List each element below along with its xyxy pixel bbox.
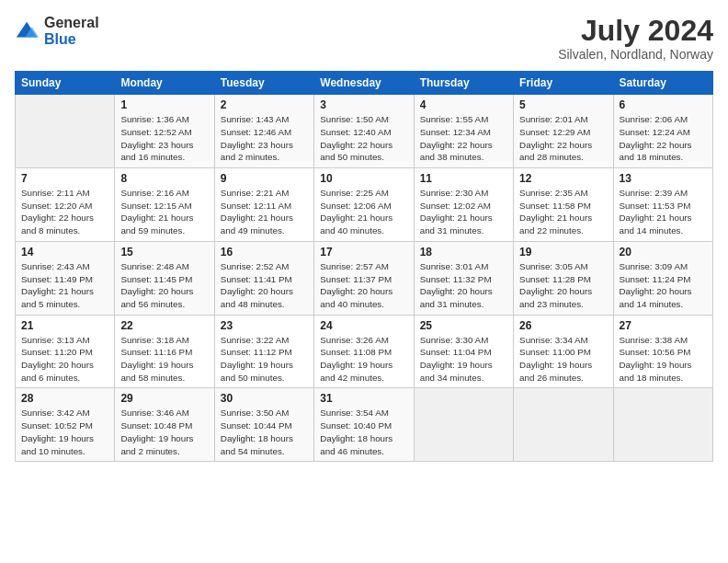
week-row-5: 28Sunrise: 3:42 AMSunset: 10:52 PMDaylig… bbox=[16, 388, 713, 462]
day-info: Sunrise: 3:01 AMSunset: 11:32 PMDaylight… bbox=[420, 260, 507, 311]
logo: General Blue bbox=[15, 15, 99, 47]
day-info: Sunrise: 2:48 AMSunset: 11:45 PMDaylight… bbox=[120, 260, 208, 311]
day-info: Sunrise: 1:50 AMSunset: 12:40 AMDaylight… bbox=[320, 113, 407, 164]
day-number: 28 bbox=[21, 392, 108, 405]
calendar-cell: 12Sunrise: 2:35 AMSunset: 11:58 PMDaylig… bbox=[514, 168, 613, 242]
day-info: Sunrise: 2:25 AMSunset: 12:06 AMDaylight… bbox=[320, 187, 407, 237]
subtitle: Silvalen, Nordland, Norway bbox=[558, 47, 713, 62]
day-info: Sunrise: 3:05 AMSunset: 11:28 PMDaylight… bbox=[519, 260, 607, 311]
day-number: 23 bbox=[221, 319, 308, 332]
col-header-friday: Friday bbox=[514, 72, 613, 95]
day-number: 9 bbox=[221, 172, 308, 185]
calendar-cell: 24Sunrise: 3:26 AMSunset: 11:08 PMDaylig… bbox=[314, 315, 414, 388]
calendar-cell: 4Sunrise: 1:55 AMSunset: 12:34 AMDayligh… bbox=[414, 95, 513, 168]
logo-icon bbox=[15, 18, 40, 44]
day-info: Sunrise: 1:55 AMSunset: 12:34 AMDaylight… bbox=[420, 113, 507, 164]
calendar-cell bbox=[613, 388, 712, 462]
day-info: Sunrise: 2:30 AMSunset: 12:02 AMDaylight… bbox=[420, 187, 507, 237]
calendar-cell: 7Sunrise: 2:11 AMSunset: 12:20 AMDayligh… bbox=[16, 168, 115, 242]
week-row-4: 21Sunrise: 3:13 AMSunset: 11:20 PMDaylig… bbox=[16, 315, 713, 388]
header-row: SundayMondayTuesdayWednesdayThursdayFrid… bbox=[16, 72, 713, 95]
day-info: Sunrise: 3:09 AMSunset: 11:24 PMDaylight… bbox=[620, 260, 707, 311]
day-number: 29 bbox=[120, 392, 208, 405]
day-number: 18 bbox=[420, 246, 507, 259]
col-header-monday: Monday bbox=[115, 72, 214, 95]
logo-general-text: General bbox=[44, 15, 99, 31]
day-number: 16 bbox=[221, 246, 308, 259]
calendar-cell: 5Sunrise: 2:01 AMSunset: 12:29 AMDayligh… bbox=[514, 95, 613, 168]
day-info: Sunrise: 3:26 AMSunset: 11:08 PMDaylight… bbox=[320, 334, 407, 385]
day-info: Sunrise: 2:16 AMSunset: 12:15 AMDaylight… bbox=[120, 187, 208, 237]
calendar-cell: 20Sunrise: 3:09 AMSunset: 11:24 PMDaylig… bbox=[613, 241, 712, 315]
calendar-cell: 25Sunrise: 3:30 AMSunset: 11:04 PMDaylig… bbox=[414, 315, 513, 388]
col-header-sunday: Sunday bbox=[16, 72, 115, 95]
calendar-cell: 29Sunrise: 3:46 AMSunset: 10:48 PMDaylig… bbox=[115, 388, 214, 462]
day-info: Sunrise: 1:43 AMSunset: 12:46 AMDaylight… bbox=[221, 113, 308, 164]
calendar-cell: 17Sunrise: 2:57 AMSunset: 11:37 PMDaylig… bbox=[314, 241, 414, 315]
day-number: 27 bbox=[620, 319, 707, 332]
day-info: Sunrise: 3:38 AMSunset: 10:56 PMDaylight… bbox=[620, 334, 707, 385]
day-info: Sunrise: 2:39 AMSunset: 11:53 PMDaylight… bbox=[620, 187, 707, 237]
day-info: Sunrise: 3:46 AMSunset: 10:48 PMDaylight… bbox=[120, 407, 208, 457]
calendar-table: SundayMondayTuesdayWednesdayThursdayFrid… bbox=[15, 71, 713, 462]
day-number: 6 bbox=[620, 98, 707, 111]
calendar-cell: 18Sunrise: 3:01 AMSunset: 11:32 PMDaylig… bbox=[414, 241, 513, 315]
calendar-cell: 31Sunrise: 3:54 AMSunset: 10:40 PMDaylig… bbox=[314, 388, 414, 462]
day-number: 26 bbox=[519, 319, 607, 332]
day-number: 17 bbox=[320, 246, 407, 259]
day-number: 14 bbox=[21, 246, 108, 259]
calendar-cell: 13Sunrise: 2:39 AMSunset: 11:53 PMDaylig… bbox=[613, 168, 712, 242]
calendar-cell: 30Sunrise: 3:50 AMSunset: 10:44 PMDaylig… bbox=[214, 388, 313, 462]
day-number: 31 bbox=[320, 392, 407, 405]
calendar-cell: 16Sunrise: 2:52 AMSunset: 11:41 PMDaylig… bbox=[214, 241, 313, 315]
day-info: Sunrise: 2:43 AMSunset: 11:49 PMDaylight… bbox=[21, 260, 108, 311]
day-number: 22 bbox=[120, 319, 208, 332]
day-info: Sunrise: 2:11 AMSunset: 12:20 AMDaylight… bbox=[21, 187, 108, 237]
calendar-cell: 11Sunrise: 2:30 AMSunset: 12:02 AMDaylig… bbox=[414, 168, 513, 242]
day-info: Sunrise: 2:52 AMSunset: 11:41 PMDaylight… bbox=[221, 260, 308, 311]
calendar-cell: 19Sunrise: 3:05 AMSunset: 11:28 PMDaylig… bbox=[514, 241, 613, 315]
day-number: 2 bbox=[221, 98, 308, 111]
calendar-cell: 9Sunrise: 2:21 AMSunset: 12:11 AMDayligh… bbox=[214, 168, 313, 242]
col-header-wednesday: Wednesday bbox=[314, 72, 414, 95]
day-number: 15 bbox=[120, 246, 208, 259]
calendar-cell: 6Sunrise: 2:06 AMSunset: 12:24 AMDayligh… bbox=[613, 95, 712, 168]
day-info: Sunrise: 2:01 AMSunset: 12:29 AMDaylight… bbox=[519, 113, 607, 164]
title-block: July 2024 Silvalen, Nordland, Norway bbox=[558, 15, 713, 62]
col-header-saturday: Saturday bbox=[613, 72, 712, 95]
logo-blue-text: Blue bbox=[44, 31, 99, 48]
day-number: 12 bbox=[519, 172, 607, 185]
day-info: Sunrise: 3:13 AMSunset: 11:20 PMDaylight… bbox=[21, 334, 108, 385]
week-row-2: 7Sunrise: 2:11 AMSunset: 12:20 AMDayligh… bbox=[16, 168, 713, 242]
day-info: Sunrise: 2:06 AMSunset: 12:24 AMDaylight… bbox=[620, 113, 707, 164]
day-info: Sunrise: 2:35 AMSunset: 11:58 PMDaylight… bbox=[519, 187, 607, 237]
day-number: 13 bbox=[620, 172, 707, 185]
calendar-cell: 28Sunrise: 3:42 AMSunset: 10:52 PMDaylig… bbox=[16, 388, 115, 462]
calendar-cell: 8Sunrise: 2:16 AMSunset: 12:15 AMDayligh… bbox=[115, 168, 214, 242]
day-number: 25 bbox=[420, 319, 507, 332]
day-number: 10 bbox=[320, 172, 407, 185]
calendar-body: 1Sunrise: 1:36 AMSunset: 12:52 AMDayligh… bbox=[16, 95, 713, 462]
day-number: 1 bbox=[120, 98, 208, 111]
day-info: Sunrise: 1:36 AMSunset: 12:52 AMDaylight… bbox=[120, 113, 208, 164]
col-header-tuesday: Tuesday bbox=[214, 72, 313, 95]
calendar-cell bbox=[16, 95, 115, 168]
day-info: Sunrise: 3:22 AMSunset: 11:12 PMDaylight… bbox=[221, 334, 308, 385]
calendar-cell: 2Sunrise: 1:43 AMSunset: 12:46 AMDayligh… bbox=[214, 95, 313, 168]
calendar-header: SundayMondayTuesdayWednesdayThursdayFrid… bbox=[16, 72, 713, 95]
day-number: 4 bbox=[420, 98, 507, 111]
day-number: 21 bbox=[21, 319, 108, 332]
day-info: Sunrise: 3:54 AMSunset: 10:40 PMDaylight… bbox=[320, 407, 407, 457]
day-number: 8 bbox=[120, 172, 208, 185]
calendar-cell bbox=[514, 388, 613, 462]
calendar-cell: 10Sunrise: 2:25 AMSunset: 12:06 AMDaylig… bbox=[314, 168, 414, 242]
day-info: Sunrise: 2:21 AMSunset: 12:11 AMDaylight… bbox=[221, 187, 308, 237]
calendar-cell: 1Sunrise: 1:36 AMSunset: 12:52 AMDayligh… bbox=[115, 95, 214, 168]
calendar-cell: 23Sunrise: 3:22 AMSunset: 11:12 PMDaylig… bbox=[214, 315, 313, 388]
day-number: 24 bbox=[320, 319, 407, 332]
calendar-cell: 15Sunrise: 2:48 AMSunset: 11:45 PMDaylig… bbox=[115, 241, 214, 315]
calendar-cell: 22Sunrise: 3:18 AMSunset: 11:16 PMDaylig… bbox=[115, 315, 214, 388]
day-info: Sunrise: 3:30 AMSunset: 11:04 PMDaylight… bbox=[420, 334, 507, 385]
main-title: July 2024 bbox=[558, 15, 713, 47]
calendar-cell: 14Sunrise: 2:43 AMSunset: 11:49 PMDaylig… bbox=[16, 241, 115, 315]
